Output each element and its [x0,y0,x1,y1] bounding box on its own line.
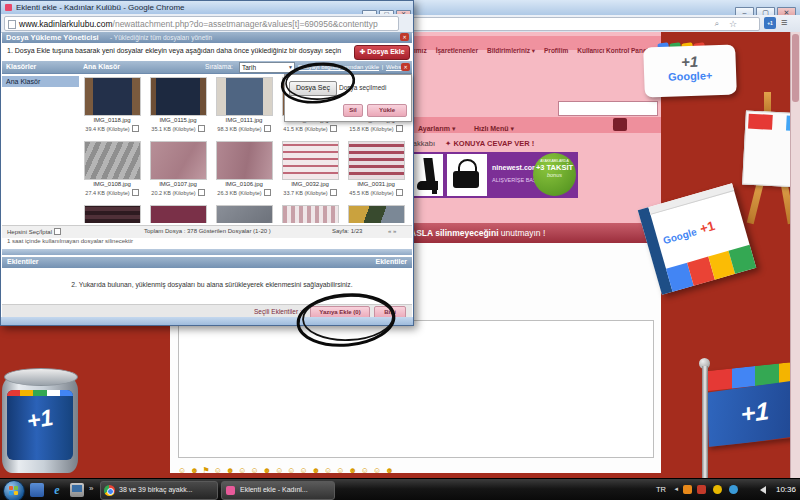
language-indicator[interactable]: TR [656,485,666,494]
file-item[interactable]: IMG_0108.jpg 27.4 KB (Kilobyte) [81,139,143,201]
tray-icon-orange[interactable] [683,485,692,494]
clock[interactable]: 10:36 [776,485,796,494]
toolbar-overflow-chevron[interactable]: » [89,484,93,493]
add-file-button[interactable]: ✚ Dosya Ekle [354,45,410,60]
smiley-icon[interactable]: ☺ [299,466,307,475]
file-checkbox[interactable] [198,125,205,132]
nav-item-profile[interactable]: Profilim [544,47,568,54]
file-checkbox[interactable] [132,189,139,196]
file-checkbox[interactable] [264,189,271,196]
taskbar-task-thread[interactable]: 38 ve 39 birkaç ayakk... [100,481,218,500]
tray-icon-blue[interactable] [729,485,738,494]
smiley-icon[interactable]: ⚑ [203,466,210,475]
settings-menu[interactable]: Ayarlarım ▾ [418,125,456,132]
file-item[interactable]: IMG_0115.jpg 35.1 KB (Kilobyte) [147,75,209,137]
file-thumbnail[interactable] [150,205,207,223]
forum-search-button[interactable]: ⌕ [613,118,627,131]
smiley-icon[interactable]: ☺ [251,466,259,475]
search-icon[interactable]: ⌕ [715,19,719,29]
choose-file-button[interactable]: Dosya Seç [289,81,337,96]
smiley-icon[interactable]: ☻ [226,466,234,475]
folder-item-root[interactable]: Ana Klasör [2,76,79,87]
smiley-icon[interactable]: ☺ [361,466,369,475]
popup-titlebar[interactable]: Eklenti ekle - Kadınlar Kulübü - Google … [1,1,413,15]
smiley-icon[interactable]: ☻ [190,466,198,475]
file-checkbox[interactable] [198,189,205,196]
file-checkbox[interactable] [132,125,139,132]
file-item[interactable]: IMG_0031.jpg 45.5 KB (Kilobyte) [345,139,407,201]
bookmark-star-icon[interactable]: ☆ [729,19,737,29]
file-item[interactable]: IMG_0111.jpg 98.3 KB (Kilobyte) [213,75,275,137]
file-thumbnail[interactable] [84,77,141,116]
file-checkbox[interactable] [396,125,403,132]
smiley-icon[interactable]: ☻ [263,466,271,475]
smiley-icon[interactable]: ☻ [385,466,393,475]
manager-close-icon[interactable]: ✕ [400,33,409,41]
smiley-icon[interactable]: ☺ [238,466,246,475]
file-item[interactable] [147,203,209,223]
sort-select[interactable]: Tarih▼ [239,62,295,73]
file-item[interactable]: IMG_0106.jpg 26.3 KB (Kilobyte) [213,139,275,201]
smiley-icon[interactable]: ☺ [336,466,344,475]
file-thumbnail[interactable] [348,141,405,180]
file-item[interactable] [213,203,275,223]
reply-textarea[interactable] [178,320,654,458]
upload-from-computer-link[interactable]: Dosyayı bilgisayarımdan yükle [298,64,379,70]
file-thumbnail[interactable] [282,205,339,223]
start-button[interactable] [3,480,25,500]
nav-item-notifications[interactable]: Bildirimleriniz ▾ [487,47,535,54]
smiley-icon[interactable]: ☺ [178,466,186,475]
file-item[interactable]: IMG_0107.jpg 20.2 KB (Kilobyte) [147,139,209,201]
volume-icon[interactable] [760,486,766,494]
smiley-icon[interactable]: ☻ [312,466,320,475]
smiley-icon[interactable]: ☻ [348,466,356,475]
scrollbar-thumb[interactable] [792,34,799,102]
quicklaunch-app-icon[interactable] [30,483,44,497]
page-scrollbar[interactable] [790,32,800,478]
file-item[interactable] [81,203,143,223]
taskbar-task-popup[interactable]: Eklenti ekle - Kadınl... [221,481,335,500]
file-thumbnail[interactable] [84,141,141,180]
nav-item-usercp[interactable]: Kullanıcı Kontrol Paneli [577,47,650,54]
quick-menu[interactable]: Hızlı Menü ▾ [474,125,514,132]
smiley-icon[interactable]: ☺ [214,466,222,475]
upload-button[interactable]: Yükle [367,104,407,117]
tray-chevron-icon[interactable]: ◂ [674,485,678,493]
nav-item-marked[interactable]: İşaretlenenler [436,47,478,54]
tray-icon-gold[interactable] [713,485,722,494]
smiley-icon[interactable]: ☺ [287,466,295,475]
file-thumbnail[interactable] [150,77,207,116]
smiley-icon[interactable]: ☺ [324,466,332,475]
file-thumbnail[interactable] [150,141,207,180]
popup-address-bar[interactable]: www.kadinlarkulubu.com/newattachment.php… [4,16,399,31]
select-all-link[interactable]: Hepsini Seç/İptal [7,229,52,235]
file-thumbnail[interactable] [84,205,141,223]
file-thumbnail[interactable] [282,141,339,180]
reply-link[interactable]: KONUYA CEVAP VER ! [453,139,534,148]
select-all-checkbox[interactable] [54,228,61,235]
file-item[interactable] [279,203,341,223]
file-checkbox[interactable] [396,189,403,196]
show-desktop-icon[interactable] [70,483,84,497]
ad-banner[interactable]: ninewest.com.tr ALIŞVERİŞE BAŞLA ▸ AYAKK… [411,152,578,198]
file-checkbox[interactable] [330,189,337,196]
page-nav-arrows[interactable]: « » [388,228,396,234]
file-thumbnail[interactable] [216,205,273,223]
file-item[interactable]: IMG_0118.jpg 39.4 KB (Kilobyte) [81,75,143,137]
file-checkbox[interactable] [264,125,271,132]
file-thumbnail[interactable] [216,141,273,180]
extension-icon[interactable]: +1 [764,17,776,29]
delete-button[interactable]: Sil [343,104,363,117]
smiley-icon[interactable]: ☺ [373,466,381,475]
panel-close-icon[interactable]: ✕ [401,63,410,71]
file-thumbnail[interactable] [348,205,405,223]
file-checkbox[interactable] [330,125,337,132]
browser-menu-icon[interactable]: ≡ [781,16,787,28]
smiley-icon[interactable]: ☺ [275,466,283,475]
attachment-drop-area[interactable]: 2. Yukarıda bulunan, yüklenmiş dosyaları… [2,268,412,304]
file-item[interactable]: IMG_0032.jpg 33.7 KB (Kilobyte) [279,139,341,201]
forum-search-input[interactable] [558,101,658,116]
file-thumbnail[interactable] [216,77,273,116]
tray-icon-red[interactable] [697,485,706,494]
file-item[interactable] [345,203,407,223]
